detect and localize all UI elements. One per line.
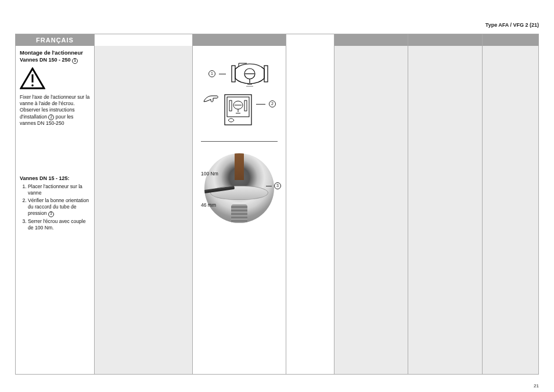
step-text: Serrer l'écrou avec couple de 100 Nm. [28, 218, 86, 231]
wrench-size-label: 46 mm [201, 202, 216, 208]
leader-line-icon [266, 186, 272, 186]
subtitle-text: Vannes DN 150 - 250 [20, 57, 71, 63]
column-container: FRANÇAIS Montage de l'actionneur Vannes … [15, 34, 539, 375]
leader-line-icon [219, 74, 226, 74]
callout-ref-2-icon: 2 [48, 114, 54, 120]
figure-3-photo: 100 Nm 46 mm 3 [204, 153, 274, 223]
lang-column-1 [334, 34, 408, 374]
list-item: Vérifier la bonne orientation du raccord… [28, 197, 90, 217]
step-text: Vérifier la bonne orientation du raccord… [28, 197, 89, 216]
torque-label: 100 Nm [201, 171, 218, 177]
callout-ref-3-icon: 3 [48, 211, 54, 217]
warning-paragraph: Fixer l'axe de l'actionneur sur la vanne… [20, 94, 90, 127]
warning-text-a: Fixer l'axe de l'actionneur sur la vanne… [20, 94, 89, 120]
svg-rect-4 [264, 66, 268, 82]
svg-rect-3 [232, 66, 235, 82]
actuator-photo [204, 153, 274, 223]
illustration-column: 1 [192, 34, 286, 374]
page-number: 21 [534, 383, 539, 389]
figure-callout-3-group: 3 [266, 182, 281, 189]
callout-ref-1-icon: 1 [72, 58, 78, 64]
blank-wide-column [286, 34, 334, 374]
hand-pointing-icon [203, 90, 220, 104]
grey-tab-head-blank [95, 34, 192, 46]
actuator-shaft [235, 153, 244, 180]
document-type-line: Type AFA / VFG 2 (21) [485, 22, 539, 28]
actuator-bellows [231, 204, 247, 223]
figure-callout-3: 3 [274, 182, 281, 189]
french-column-header: FRANÇAIS [16, 34, 94, 46]
illustration-column-header [193, 34, 286, 46]
figure-1-row: 1 [208, 61, 270, 87]
valve-diagram-icon [229, 61, 270, 87]
lang-column-3 [483, 34, 538, 374]
figure-callout-1: 1 [208, 70, 215, 77]
step-text: Placer l'actionneur sur la vanne [28, 184, 82, 196]
section-title: Montage de l'actionneur [20, 49, 90, 56]
warning-icon [20, 67, 45, 89]
subhead-dn15-125: Vannes DN 15 - 125: [20, 175, 90, 182]
lang-column-2-header [408, 34, 482, 46]
lang-column-1-body [334, 46, 408, 374]
lang-column-3-header [483, 34, 538, 46]
lang-column-3-body [483, 46, 538, 374]
figure-2-row: 2 [203, 93, 276, 126]
blank-header [286, 34, 334, 46]
lang-column-1-header [334, 34, 408, 46]
list-item: Placer l'actionneur sur la vanne [28, 184, 90, 196]
divider [201, 141, 277, 142]
section-subtitle: Vannes DN 150 - 250 1 [20, 57, 90, 64]
leader-line-icon [256, 104, 265, 105]
list-item: Serrer l'écrou avec couple de 100 Nm. [28, 218, 90, 231]
lang-column-2-body [408, 46, 482, 374]
lang-column-2 [408, 34, 483, 374]
steps-list: Placer l'actionneur sur la vanne Vérifie… [20, 184, 90, 231]
instruction-booklet-icon [224, 93, 253, 126]
figure-group: 1 [197, 49, 282, 223]
svg-point-2 [31, 84, 34, 87]
french-column: FRANÇAIS Montage de l'actionneur Vannes … [16, 34, 95, 374]
figure-callout-2: 2 [269, 100, 276, 107]
grey-tab-column [95, 34, 192, 374]
grey-tab-body [95, 46, 192, 374]
